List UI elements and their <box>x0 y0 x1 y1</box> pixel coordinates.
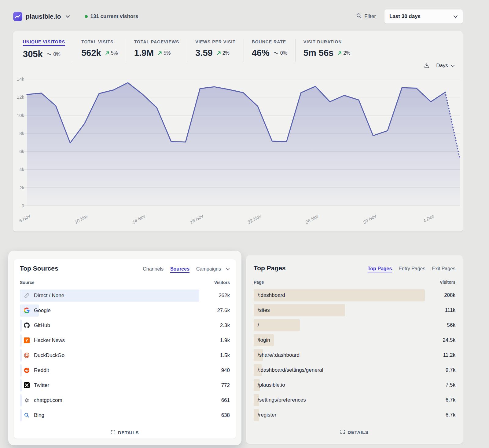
breakdown-row[interactable]: Reddit 940 <box>20 363 230 378</box>
breakdown-row[interactable]: Bing 638 <box>20 408 230 423</box>
trend-icon <box>217 51 221 55</box>
breakdown-row[interactable]: /plausible.io 7.5k <box>254 377 455 392</box>
date-range-picker[interactable]: Last 30 days <box>384 9 463 24</box>
stat-value: 46% <box>252 48 270 58</box>
site-switcher[interactable]: plausible.io <box>13 12 70 21</box>
row-visitors: 661 <box>199 397 230 403</box>
plausible-logo-icon <box>13 12 22 21</box>
stat-metric[interactable]: TOTAL PAGEVIEWS 1.9M 5% <box>126 39 187 62</box>
stat-metric[interactable]: UNIQUE VISITORS 305k 0% <box>23 39 73 62</box>
breakdown-row[interactable]: /register 6.7k <box>254 407 455 422</box>
filter-button[interactable]: Filter <box>356 13 376 20</box>
breakdown-row[interactable]: /sites 111k <box>254 303 455 318</box>
date-range-value: Last 30 days <box>389 13 421 20</box>
tab[interactable]: Entry Pages <box>399 266 425 271</box>
row-label: Twitter <box>34 382 49 388</box>
search-icon <box>356 13 362 20</box>
row-visitors: 56k <box>425 322 455 328</box>
row-label: Reddit <box>34 367 49 373</box>
tab[interactable]: Sources <box>170 266 189 272</box>
row-label: /share/:dashboard <box>258 352 300 358</box>
tab[interactable]: Top Pages <box>368 266 392 271</box>
stat-metric[interactable]: TOTAL VISITS 562k 5% <box>73 39 126 62</box>
row-label: /login <box>258 337 270 343</box>
breakdown-row[interactable]: GitHub 2.3k <box>20 318 230 333</box>
change-percent: 0% <box>53 52 61 57</box>
stat-change: 0% <box>47 52 61 57</box>
github-icon <box>24 322 30 328</box>
sources-header: Top Sources Channels Sources Campaigns <box>20 265 230 272</box>
svg-text:22 Nov: 22 Nov <box>246 213 262 225</box>
tab[interactable]: Channels <box>143 266 164 272</box>
stat-value: 3.59 <box>195 48 212 58</box>
svg-text:30 Nov: 30 Nov <box>362 213 378 225</box>
breakdown-row[interactable]: /share/:dashboard 11.2k <box>254 348 455 362</box>
row-visitors: 1.9k <box>199 337 230 344</box>
stat-value: 305k <box>23 49 43 59</box>
row-label: /:dashboard/settings/general <box>258 367 323 373</box>
breakdown-row[interactable]: Direct / None 262k <box>20 288 230 303</box>
row-visitors: 6.7k <box>425 412 455 418</box>
tab[interactable]: Campaigns <box>196 266 221 272</box>
change-percent: 5% <box>111 50 118 56</box>
download-icon[interactable] <box>424 62 430 69</box>
row-visitors: 7.5k <box>425 382 455 388</box>
sources-tabs: Channels Sources Campaigns <box>143 266 230 272</box>
stat-label: VIEWS PER VISIT <box>195 39 235 44</box>
visitors-chart[interactable]: 02k4k6k8k10k12k14k6 Nov10 Nov14 Nov18 No… <box>15 73 461 230</box>
row-label: /settings/preferences <box>258 397 306 403</box>
pages-column-headers: Page Visitors <box>254 280 455 285</box>
row-label: Hacker News <box>34 337 65 344</box>
pages-details-button[interactable]: DETAILS <box>254 430 455 435</box>
stat-change: 5% <box>105 50 118 56</box>
openai-icon <box>24 397 30 403</box>
sources-column-headers: Source Visitors <box>20 280 230 285</box>
breakdown-row[interactable]: chatgpt.com 661 <box>20 393 230 408</box>
svg-text:14k: 14k <box>17 76 24 82</box>
interval-dropdown[interactable]: Days <box>436 63 455 69</box>
change-percent: 0% <box>280 50 287 56</box>
breakdown-row[interactable]: /login 24.5k <box>254 333 455 348</box>
current-visitors[interactable]: 131 current visitors <box>85 13 138 20</box>
expand-icon <box>111 430 115 435</box>
breakdown-row[interactable]: DuckDuckGo 1.5k <box>20 348 230 363</box>
stat-label: UNIQUE VISITORS <box>23 39 65 46</box>
chevron-down-icon[interactable] <box>226 268 230 270</box>
breakdown-row[interactable]: /:dashboard 208k <box>254 288 455 303</box>
stat-metric[interactable]: VISIT DURATION 5m 56s 2% <box>296 39 358 62</box>
chevron-down-icon <box>66 15 70 18</box>
row-label: /plausible.io <box>258 382 285 388</box>
breakdown-row[interactable]: /settings/preferences 6.7k <box>254 392 455 407</box>
svg-text:4 Dec: 4 Dec <box>422 213 435 224</box>
reddit-icon <box>24 367 30 373</box>
breakdown-row[interactable]: /:dashboard/settings/general 9.7k <box>254 362 455 377</box>
svg-text:10k: 10k <box>17 113 24 118</box>
top-bar: plausible.io 131 current visitors Filter… <box>13 9 463 24</box>
stat-change: 2% <box>337 50 350 56</box>
sources-details-button[interactable]: DETAILS <box>20 430 230 435</box>
change-percent: 5% <box>164 50 171 56</box>
stat-metric[interactable]: BOUNCE RATE 46% 0% <box>244 39 296 62</box>
row-visitors: 27.6k <box>199 308 230 314</box>
sources-title: Top Sources <box>20 265 58 272</box>
breakdown-row[interactable]: Twitter 772 <box>20 378 230 393</box>
stat-value: 562k <box>81 48 101 58</box>
row-visitors: 262k <box>199 293 230 299</box>
row-visitors: 208k <box>425 292 455 298</box>
breakdown-row[interactable]: Hacker News 1.9k <box>20 333 230 348</box>
visitors-column-label: Visitors <box>199 280 230 285</box>
chevron-down-icon <box>453 13 458 20</box>
svg-text:0: 0 <box>22 203 24 208</box>
top-sources-card: Top Sources Channels Sources Campaigns S… <box>14 259 236 439</box>
row-visitors: 638 <box>199 412 230 418</box>
row-visitors: 11.2k <box>425 352 455 358</box>
hackernews-icon <box>24 337 30 343</box>
trend-icon <box>47 53 52 56</box>
details-label: DETAILS <box>118 430 139 435</box>
stat-metric[interactable]: VIEWS PER VISIT 3.59 2% <box>187 39 244 62</box>
row-visitors: 2.3k <box>199 322 230 329</box>
row-label: /:dashboard <box>258 292 285 298</box>
breakdown-row[interactable]: Google 27.6k <box>20 303 230 318</box>
tab[interactable]: Exit Pages <box>432 266 455 271</box>
breakdown-row[interactable]: / 56k <box>254 318 455 333</box>
